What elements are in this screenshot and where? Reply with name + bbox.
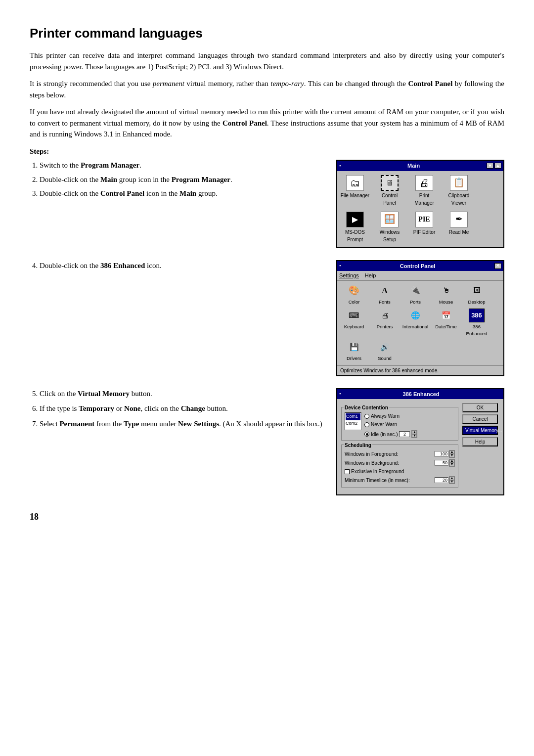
ports-icon: 🔌 — [407, 284, 423, 298]
main-icon-printmanager[interactable]: 🖨 Print Manager — [409, 175, 439, 207]
bg-spinner[interactable]: ▲ ▼ — [449, 459, 455, 467]
cancel-button[interactable]: Cancel — [462, 414, 498, 424]
device-contention-title: Device Contention — [344, 404, 389, 411]
cp-icon-386enhanced[interactable]: 386 386 Enhanced — [463, 309, 490, 338]
steps-5-7-text: Click on the Virtual Memory button. If t… — [30, 388, 324, 433]
keyboard-icon: ⌨ — [346, 309, 362, 322]
cp-icon-sound[interactable]: 🔊 Sound — [371, 340, 399, 362]
never-warn-circle — [364, 422, 369, 427]
step-6: If the type is Temporary or None, click … — [40, 403, 324, 414]
international-icon: 🌐 — [407, 309, 423, 322]
control-panel-icons-grid: 🎨 Color A Fonts 🔌 Ports 🖱 Mouse 🖼 — [337, 281, 503, 365]
cp-icon-international[interactable]: 🌐 International — [401, 309, 429, 338]
printers-icon: 🖨 — [377, 309, 393, 322]
desktop-label: Desktop — [468, 299, 486, 306]
cp-menu-help[interactable]: Help — [365, 271, 376, 280]
idle-value-input[interactable] — [399, 431, 410, 437]
main-window-maximize[interactable]: ▲ — [494, 163, 501, 169]
intro2-pre: It is strongly recommended that you use — [30, 80, 153, 88]
idle-radio[interactable]: Idle (in sec.) ▲ ▼ — [364, 430, 417, 438]
pif-editor-icon: PIE — [415, 212, 433, 227]
windows-setup-label: Windows Setup — [375, 228, 404, 243]
fg-spin-down[interactable]: ▼ — [449, 454, 454, 457]
timeslice-spin-down[interactable]: ▼ — [449, 480, 454, 484]
main-icon-clipboard[interactable]: 📋 Clipboard Viewer — [444, 175, 474, 207]
cp-icon-keyboard[interactable]: ⌨ Keyboard — [340, 309, 368, 338]
file-manager-label: File Manager — [341, 192, 369, 199]
cp-icon-mouse[interactable]: 🖱 Mouse — [432, 284, 460, 306]
dialog-right-buttons: OK Cancel Virtual Memory... Help — [462, 403, 499, 490]
steps-5-7-section: Click on the Virtual Memory button. If t… — [30, 388, 504, 496]
main-icon-winsetup[interactable]: 🪟 Windows Setup — [375, 212, 404, 243]
control-panel-window: ▪ Control Panel ✕ Settings Help 🎨 Color … — [336, 260, 504, 376]
scheduling-title: Scheduling — [344, 442, 372, 449]
timeslice-value-input[interactable] — [435, 477, 448, 483]
bg-value-input[interactable] — [435, 460, 448, 466]
com-listbox[interactable]: Com1 Com2 — [345, 412, 361, 430]
fg-spinner[interactable]: ▲ ▼ — [449, 450, 455, 458]
timeslice-spinner[interactable]: ▲ ▼ — [449, 476, 455, 484]
main-icon-filemanager[interactable]: 🗂 File Manager — [340, 175, 370, 207]
cp-icon-printers[interactable]: 🖨 Printers — [371, 309, 399, 338]
bg-spin-down[interactable]: ▼ — [449, 463, 454, 466]
cp-icon-ports[interactable]: 🔌 Ports — [401, 284, 429, 306]
cp-icon-datetime[interactable]: 📅 Date/Time — [432, 309, 460, 338]
dialog-left-panel: Device Contention Com1 Com2 Always Warn — [341, 403, 458, 490]
main-icon-readme[interactable]: ✒ Read Me — [444, 212, 474, 243]
cp-window-buttons: ✕ — [494, 263, 501, 269]
cp-window-close[interactable]: ✕ — [494, 263, 501, 269]
cp-icon-color[interactable]: 🎨 Color — [340, 284, 368, 306]
idle-spin-down[interactable]: ▼ — [412, 434, 417, 438]
main-icon-pifeditor[interactable]: PIE PIF Editor — [409, 212, 439, 243]
bg-input-group: ▲ ▼ — [435, 459, 455, 467]
cp-icon-fonts[interactable]: A Fonts — [371, 284, 399, 306]
main-window-minimize[interactable]: ▼ — [487, 163, 493, 169]
main-window-title: Main — [341, 162, 487, 170]
timeslice-input-group: ▲ ▼ — [435, 476, 455, 484]
ok-button[interactable]: OK — [462, 403, 498, 412]
cp-icon-desktop[interactable]: 🖼 Desktop — [463, 284, 490, 306]
intro-paragraph-1: This printer can receive data and interp… — [30, 50, 504, 72]
drivers-icon: 💾 — [346, 340, 362, 354]
virtual-memory-button[interactable]: Virtual Memory... — [462, 426, 498, 435]
intro2-bold: Control Panel — [408, 80, 452, 88]
intro2-end: . This can be changed through the — [304, 80, 408, 88]
always-warn-radio[interactable]: Always Warn — [364, 412, 417, 420]
file-manager-icon: 🗂 — [346, 175, 364, 191]
fonts-icon: A — [377, 284, 393, 298]
print-manager-icon: 🖨 — [415, 175, 433, 191]
com2-item[interactable]: Com2 — [346, 420, 360, 427]
main-window-container: ▪ Main ▼ ▲ 🗂 File Manager 🖥 Control Pane… — [336, 160, 504, 248]
exclusive-row[interactable]: Exclusive in Foreground — [345, 468, 455, 475]
steps-list-3: Click on the Virtual Memory button. If t… — [40, 388, 324, 430]
step-4-text: Double-click on the 386 Enhanced icon. — [30, 260, 324, 274]
main-icon-controlpanel[interactable]: 🖥 Control Panel — [375, 175, 404, 207]
control-panel-window-container: ▪ Control Panel ✕ Settings Help 🎨 Color … — [336, 260, 504, 376]
main-icon-msdos[interactable]: ▶ MS-DOS Prompt — [340, 212, 370, 243]
sound-label: Sound — [378, 355, 391, 362]
page-number: 18 — [30, 510, 504, 524]
enhanced-dialog-container: ▪ 386 Enhanced Device Contention Com1 Co… — [336, 388, 504, 496]
clipboard-viewer-icon: 📋 — [450, 175, 468, 191]
cp-menu-settings[interactable]: Settings — [339, 271, 359, 280]
fg-value-input[interactable] — [435, 451, 448, 457]
control-panel-titlebar: ▪ Control Panel ✕ — [337, 261, 503, 271]
idle-spinner[interactable]: ▲ ▼ — [411, 430, 417, 438]
help-button[interactable]: Help — [462, 437, 498, 446]
cp-icon-drivers[interactable]: 💾 Drivers — [340, 340, 368, 362]
international-label: International — [402, 323, 428, 330]
color-icon: 🎨 — [346, 284, 362, 298]
printers-label: Printers — [377, 323, 393, 330]
com1-item[interactable]: Com1 — [346, 413, 360, 420]
cp-window-title: Control Panel — [341, 262, 494, 270]
idle-label: Idle (in sec.) — [371, 431, 398, 438]
never-warn-radio[interactable]: Never Warn — [364, 421, 417, 428]
step-2: Double-click on the Main group icon in t… — [40, 174, 324, 185]
step-4: Double-click on the 386 Enhanced icon. — [40, 260, 324, 271]
intro-paragraph-2: It is strongly recommended that you use … — [30, 78, 504, 100]
bg-row: Windows in Background: ▲ ▼ — [345, 459, 455, 467]
print-manager-label: Print Manager — [409, 192, 439, 207]
timeslice-label: Minimum Timeslice (in msec): — [345, 477, 410, 484]
step-1: Switch to the Program Manager. — [40, 160, 324, 171]
exclusive-checkbox[interactable] — [345, 469, 350, 474]
